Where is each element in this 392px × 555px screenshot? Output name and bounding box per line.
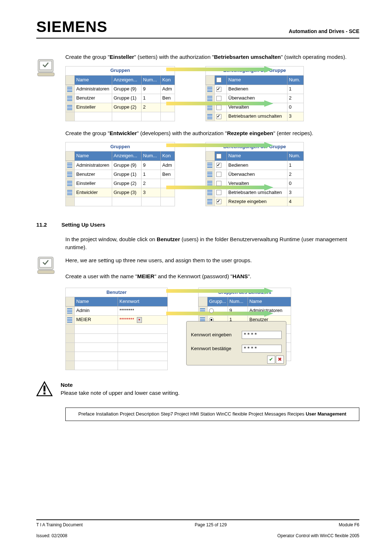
table-row: Verwalten0 <box>206 179 304 188</box>
breadcrumb-bar: Preface Installation Project Description… <box>65 408 359 421</box>
radio[interactable] <box>209 308 214 313</box>
section-heading: 11.2 Setting Up Users <box>36 221 359 229</box>
checkbox-header-icon <box>216 154 221 159</box>
monitor-icon <box>36 255 56 275</box>
group-icon <box>67 163 72 168</box>
perm-icon <box>207 87 212 92</box>
perm-icon <box>207 96 212 101</box>
permissions-table-2[interactable]: Berechtigungen der Gruppe Name Num. Bedi… <box>205 142 304 206</box>
table-row: MEIER******** ▼ <box>66 315 168 324</box>
users-table[interactable]: Benutzer Name Kennwort Admin******** MEI… <box>65 288 168 370</box>
pw-enter-label: Kennwort eingeben <box>191 332 238 339</box>
table-row: EinstellerGruppe (2)2 <box>66 103 175 112</box>
table-row: Admin******** <box>66 306 168 315</box>
intro-paragraph-1: Create the group "Einsteller" (setters) … <box>65 53 359 61</box>
note-body: Please take note of upper and lower case… <box>61 389 180 397</box>
checkbox[interactable] <box>216 181 221 186</box>
intro-paragraph-2: Create the group "Entwickler" (developer… <box>65 129 359 137</box>
users-paragraph-3: Create a user with the name "MEIER" and … <box>65 272 359 280</box>
user-icon <box>67 308 72 313</box>
perm-icon <box>207 199 212 204</box>
perm-icon <box>207 181 212 186</box>
note-heading: Note <box>61 381 180 389</box>
groups-table-2[interactable]: Gruppen Name Anzeigen... Num... Kon Admi… <box>65 142 175 206</box>
perm-icon <box>207 190 212 195</box>
group-icon <box>67 87 72 92</box>
table-row: Betriebsarten umschalten3 <box>206 188 304 197</box>
pw-confirm-label: Kennwort bestätige <box>191 345 238 352</box>
checkbox[interactable] <box>216 172 221 177</box>
group-icon <box>67 181 72 186</box>
table-row: Überwachen2 <box>206 94 304 103</box>
table-row: 9Administratoren <box>199 306 291 315</box>
header-subtitle: Automation and Drives - SCE <box>289 28 359 36</box>
group-icon <box>67 96 72 101</box>
users-paragraph-1: In the project window, double click on B… <box>65 235 359 251</box>
table-row: Rezepte eingeben4 <box>206 197 304 206</box>
perm-icon <box>207 163 212 168</box>
table-row: Bedienen1 <box>206 161 304 170</box>
checkbox[interactable] <box>216 105 221 110</box>
password-input[interactable]: **** <box>242 331 282 339</box>
table-row: BenutzerGruppe (1)1Ben <box>66 170 175 179</box>
ok-button[interactable]: ✔ <box>267 356 275 364</box>
page-footer: T I A Training Document Page 125 of 129 … <box>36 519 359 542</box>
siemens-logo: SIEMENS <box>36 18 107 36</box>
perm-icon <box>207 105 212 110</box>
group-icon <box>67 172 72 177</box>
perm-icon <box>207 172 212 177</box>
page-header: SIEMENS Automation and Drives - SCE <box>36 18 359 39</box>
checkbox[interactable] <box>216 96 221 101</box>
table-row: Bedienen1 <box>206 85 304 94</box>
monitor-icon <box>36 57 56 77</box>
group-icon <box>67 105 72 110</box>
chevron-down-icon[interactable]: ▼ <box>137 317 142 323</box>
svg-rect-13 <box>44 385 45 391</box>
password-dialog: Kennwort eingeben **** Kennwort bestätig… <box>186 321 286 365</box>
svg-rect-14 <box>44 392 45 394</box>
table-row: AdministratorenGruppe (9)9Adm <box>66 85 175 94</box>
groups-table-1[interactable]: Gruppen Name Anzeigen... Num... Kon Admi… <box>65 66 175 121</box>
group-icon <box>200 308 205 313</box>
svg-rect-9 <box>38 270 54 274</box>
table-row: BenutzerGruppe (1)1Ben <box>66 94 175 103</box>
table-row: AdministratorenGruppe (9)9Adm <box>66 161 175 170</box>
table-row: Überwachen2 <box>206 170 304 179</box>
table-row: Verwalten0 <box>206 103 304 112</box>
permissions-table-1[interactable]: Berechtigungen der Gruppe Name Num. Bedi… <box>205 66 304 121</box>
table-row: EinstellerGruppe (2)2 <box>66 179 175 188</box>
warning-icon <box>36 381 53 397</box>
password-confirm-input[interactable]: **** <box>242 345 282 353</box>
checkbox[interactable] <box>216 190 221 195</box>
users-paragraph-2: Here, we are setting up three new users,… <box>65 256 359 264</box>
checkbox[interactable] <box>216 114 221 119</box>
perm-icon <box>207 114 212 119</box>
group-icon <box>67 190 72 195</box>
checkbox[interactable] <box>216 87 221 92</box>
user-icon <box>67 317 72 323</box>
checkbox[interactable] <box>216 199 221 204</box>
table-row: Betriebsarten umschalten3 <box>206 112 304 121</box>
checkbox-header-icon <box>216 77 221 82</box>
svg-rect-2 <box>38 73 54 76</box>
cancel-button[interactable]: ✖ <box>276 356 284 364</box>
table-row: EntwicklerGruppe (3)3 <box>66 188 175 197</box>
checkbox[interactable] <box>216 163 221 168</box>
